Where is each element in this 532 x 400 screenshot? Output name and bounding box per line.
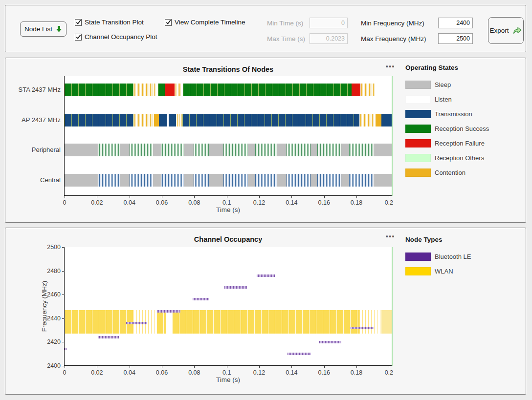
- legend-swatch: [405, 139, 431, 147]
- legend-label: Bluetooth LE: [435, 253, 471, 260]
- x-tick-label: 0.1: [214, 369, 240, 376]
- state-segment-reception_burst: [223, 144, 248, 156]
- operating-states-legend: Operating States SleepListenTransmission…: [405, 64, 489, 180]
- state-segment-transmission_burst: [130, 174, 153, 187]
- axes-options-icon[interactable]: ⋯: [382, 232, 399, 243]
- channel-occupancy-plot-checkbox[interactable]: Channel Occupancy Plot: [75, 33, 157, 41]
- x-tick: [97, 196, 97, 198]
- min-time-field: [310, 18, 348, 28]
- state-segment-reception_burst: [130, 144, 153, 156]
- checkbox-checked-icon: [75, 19, 82, 26]
- state-segment-transmission_blocks: [65, 114, 133, 126]
- x-tick: [356, 366, 357, 368]
- y-tick: [62, 247, 65, 248]
- state-segment-contention: [154, 114, 159, 126]
- state-segment-contention_mixed: [176, 114, 183, 126]
- x-tick-label: 0.18: [343, 369, 370, 376]
- state-transitions-panel: State Transitions Of Nodes ⋯ STA 2437 MH…: [5, 58, 526, 223]
- x-tick: [259, 366, 260, 368]
- x-tick: [65, 366, 65, 368]
- occupancy-xaxis-label: Time (s): [64, 376, 392, 383]
- state-segment-reception_success_blocks: [65, 84, 133, 96]
- state-segment-transmission_burst: [255, 174, 277, 187]
- min-time-label: Min Time (s): [267, 20, 303, 27]
- max-time-field: [310, 33, 348, 44]
- y-tick-label: 2400: [40, 362, 61, 369]
- state-segment-reception_success_blocks: [183, 84, 352, 96]
- x-tick-label: 0.18: [343, 199, 370, 206]
- bluetooth-le-hop: [193, 298, 209, 300]
- bluetooth-le-hop: [126, 322, 147, 324]
- legend-swatch: [405, 95, 431, 104]
- current-time-marker: [392, 247, 393, 366]
- x-tick-label: 0.16: [311, 369, 337, 376]
- y-tick-label: 2480: [40, 268, 61, 274]
- x-tick: [227, 196, 227, 198]
- x-tick: [194, 196, 195, 198]
- state-segment-reception_failure: [352, 84, 360, 96]
- wlan-band-segment-sparse: [359, 310, 381, 334]
- x-tick-label: 0.08: [181, 369, 207, 376]
- node-row-label: AP 2437 MHz: [0, 116, 61, 124]
- legend-item: Reception Others: [405, 150, 489, 165]
- x-tick-label: 0.06: [149, 369, 175, 376]
- legend-label: Reception Others: [435, 154, 484, 162]
- channel-occupancy-panel: Channel Occupancy ⋯ 00.020.040.060.080.1…: [5, 228, 526, 395]
- export-arrow-icon: [512, 26, 522, 36]
- wlan-band-segment-solid: [156, 310, 166, 334]
- legend-swatch: [405, 168, 431, 177]
- x-tick-label: 0.12: [246, 199, 272, 206]
- min-frequency-field[interactable]: [438, 18, 473, 28]
- axes-options-icon[interactable]: ⋯: [382, 62, 399, 73]
- state-transition-plot-checkbox[interactable]: State Transition Plot: [75, 19, 144, 26]
- export-button[interactable]: Export: [488, 17, 524, 44]
- state-transitions-plot: STA 2437 MHzAP 2437 MHzPeripheralCentral…: [64, 76, 392, 196]
- legend-title: Operating States: [405, 64, 489, 71]
- wlan-band-segment-solid: [65, 310, 133, 334]
- y-tick: [62, 318, 65, 319]
- state-segment-reception_burst: [161, 144, 183, 156]
- x-tick-label: 0.16: [311, 199, 337, 206]
- state-segment-reception_burst: [349, 144, 374, 156]
- x-tick: [130, 196, 130, 198]
- node-list-button[interactable]: Node List: [20, 21, 66, 37]
- legend-swatch: [405, 267, 431, 275]
- legend-items: Bluetooth LEWLAN: [405, 249, 471, 278]
- legend-items: SleepListenTransmissionReception Success…: [405, 77, 489, 180]
- state-segment-contention: [376, 114, 382, 126]
- wlan-band-segment-light: [381, 310, 393, 334]
- legend-title: Node Types: [405, 236, 471, 243]
- view-complete-timeline-checkbox[interactable]: View Complete Timeline: [165, 19, 245, 26]
- x-tick-label: 0.14: [278, 199, 305, 206]
- state-segment-transmission_burst: [317, 174, 341, 187]
- legend-swatch: [405, 125, 431, 133]
- legend-label: Sleep: [435, 81, 451, 88]
- state-segment-transmission_burst: [349, 174, 374, 187]
- x-tick: [97, 366, 97, 368]
- state-segment-contention_mixed: [133, 84, 156, 96]
- max-frequency-field[interactable]: [438, 33, 473, 44]
- x-tick: [162, 366, 162, 368]
- legend-item: Contention: [405, 165, 489, 180]
- bluetooth-le-hop: [319, 341, 341, 343]
- y-tick-label: 2420: [40, 338, 61, 345]
- checkbox-checked-icon: [165, 19, 172, 26]
- state-segment-transmission_burst: [223, 174, 248, 187]
- current-time-marker: [392, 76, 393, 196]
- state-segment-reception_burst: [317, 144, 341, 156]
- checkbox-label: Channel Occupancy Plot: [85, 33, 157, 41]
- bluetooth-le-hop: [257, 274, 274, 277]
- x-tick: [291, 366, 292, 368]
- checkbox-label: State Transition Plot: [85, 19, 144, 26]
- state-segment-contention_mixed: [359, 114, 374, 126]
- x-tick-label: 0.02: [84, 199, 110, 206]
- node-row-label: Peripheral: [0, 146, 61, 153]
- max-time-label: Max Time (s): [267, 35, 305, 42]
- bluetooth-le-hop: [98, 336, 119, 338]
- x-tick: [389, 366, 389, 368]
- state-segment-reception_success_blocks: [158, 84, 166, 96]
- state-panel-title: State Transitions Of Nodes: [64, 65, 392, 73]
- bluetooth-le-hop: [65, 348, 66, 350]
- legend-swatch: [405, 110, 431, 118]
- legend-label: Reception Success: [435, 125, 489, 132]
